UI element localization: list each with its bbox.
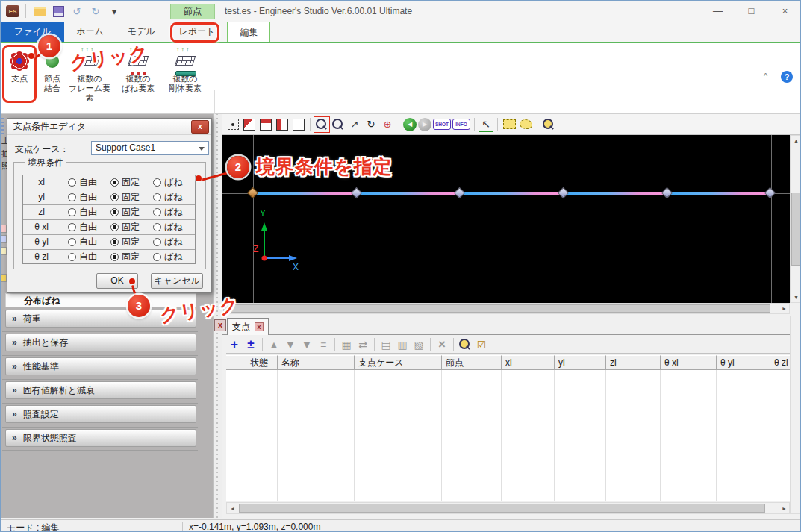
view-front-icon[interactable] [275,117,290,132]
scrollbar-thumb[interactable] [239,504,765,513]
zoom-in-icon[interactable] [314,117,329,132]
rotate-view-icon[interactable]: ↻ [364,117,378,132]
toolbar-grip[interactable] [1,116,4,134]
filter-check-icon[interactable]: ☑ [474,337,489,352]
dock-splitter[interactable] [213,114,222,518]
multi-spring-elements-button[interactable]: 複数のばね要素 [114,46,162,110]
open-icon[interactable] [32,4,47,19]
radio-spring[interactable]: ばね [153,176,188,189]
radio-free[interactable]: 自由 [68,206,103,219]
tab-file[interactable]: ファイル [1,22,64,42]
beam-segment[interactable] [357,192,460,195]
column-header-theta-xl[interactable]: θ xl [661,355,717,370]
model-node[interactable] [661,187,673,199]
dialog-close-icon[interactable]: x [191,120,209,134]
ok-button[interactable]: OK [96,273,138,289]
scroll-up-icon[interactable]: ▲ [794,138,799,143]
scroll-down-icon[interactable]: ▼ [794,295,799,300]
radio-fixed[interactable]: 固定 [110,176,146,189]
move-down-icon[interactable]: ▼ [283,337,298,352]
scrollbar-thumb[interactable] [223,304,770,313]
paste-icon[interactable]: ▥ [395,337,410,352]
row-number-column-header[interactable] [226,355,246,370]
compute-icon[interactable]: ▦ [339,337,354,352]
radio-spring[interactable]: ばね [153,191,188,204]
minimize-button[interactable]: — [701,1,735,22]
model-node[interactable] [351,187,363,199]
qat-dropdown-icon[interactable]: ▾ [107,4,122,19]
tab-edit[interactable]: 編集 [227,22,270,42]
help-icon[interactable]: ? [781,71,793,83]
column-header-name[interactable]: 名称 [278,355,355,370]
radio-free[interactable]: 自由 [68,176,103,189]
column-header-xl[interactable]: xl [502,355,555,370]
view-top-icon[interactable] [258,117,273,132]
radio-free[interactable]: 自由 [68,236,103,248]
export-icon[interactable]: ▧ [411,337,426,352]
model-node[interactable] [764,187,776,199]
save-icon[interactable] [51,4,66,19]
list-icon[interactable]: ≡ [316,337,331,352]
screenshot-camera-icon[interactable]: SHOT [433,119,451,130]
radio-fixed[interactable]: 固定 [110,221,146,234]
tab-home[interactable]: ホーム [64,22,116,42]
view-back-icon[interactable]: ◀ [403,118,417,131]
move-top-icon[interactable]: ▲ [267,337,281,352]
tab-model[interactable]: モデル [116,22,167,42]
sidebar-item-performance-criteria[interactable]: »性能基準 [5,357,196,375]
add-row-icon[interactable]: + [227,337,242,352]
rename-icon[interactable]: ⇄ [355,337,370,352]
scrollbar-thumb[interactable] [791,193,800,266]
tab-close-icon[interactable]: x [255,322,264,331]
viewport-vertical-scrollbar[interactable]: ▲ ▼ [790,135,801,303]
radio-spring[interactable]: ばね [153,251,188,263]
radio-fixed[interactable]: 固定 [110,251,146,263]
sidebar-item-verification-settings[interactable]: »照査設定 [5,405,196,423]
radio-spring[interactable]: ばね [153,206,188,219]
model-node[interactable] [454,187,466,199]
3d-viewport[interactable]: Y Z X [222,135,790,303]
zoom-out-icon[interactable] [331,117,346,132]
dialog-title[interactable]: 支点条件エディタ [7,119,211,135]
radio-fixed[interactable]: 固定 [110,236,146,248]
add-multiple-icon[interactable]: ± [243,337,258,352]
table-body[interactable] [226,370,801,501]
fit-view-icon[interactable] [225,117,240,132]
tab-support[interactable]: 支点 x [227,318,269,335]
maximize-button[interactable]: □ [735,1,768,22]
select-cursor-icon[interactable]: ↖ [479,117,493,132]
scroll-right-icon[interactable]: ► [782,506,787,511]
column-header-status[interactable]: 状態 [246,355,278,370]
radio-fixed[interactable]: 固定 [110,191,146,204]
scroll-right-icon[interactable]: ► [782,306,787,311]
close-button[interactable]: × [768,1,801,22]
radio-spring[interactable]: ばね [153,236,188,248]
radio-spring[interactable]: ばね [153,221,188,234]
beam-segment[interactable] [564,192,667,195]
column-header-node[interactable]: 節点 [442,355,502,370]
sidebar-item-load[interactable]: »荷重 [5,310,196,328]
view-wire-icon[interactable] [291,117,306,132]
lasso-select-icon[interactable] [518,117,533,132]
sidebar-item-limit-state-verification[interactable]: »限界状態照査 [5,429,196,447]
radio-fixed[interactable]: 固定 [110,206,146,219]
viewport-horizontal-scrollbar[interactable]: ► [222,303,790,314]
sidebar-item-eigenvalue-damping[interactable]: »固有値解析と減衰 [5,381,196,399]
table-horizontal-scrollbar[interactable]: ◄ ► [226,502,790,514]
rect-select-icon[interactable] [502,117,517,132]
tab-report[interactable]: レポート [167,22,228,42]
column-header-support-case[interactable]: 支点ケース [355,355,442,370]
table-vertical-scrollbar[interactable] [790,316,801,514]
find-icon[interactable] [458,337,473,352]
beam-segment[interactable] [667,192,770,195]
cancel-button[interactable]: キャンセル [151,273,203,289]
radio-free[interactable]: 自由 [68,221,103,234]
view-iso-icon[interactable] [242,117,257,132]
redo-icon[interactable]: ↻ [88,4,103,19]
support-button[interactable]: 支点 [3,46,36,110]
model-node-origin[interactable] [247,187,259,199]
column-header-theta-yl[interactable]: θ yl [717,355,770,370]
view-forward-icon[interactable]: ▶ [418,118,431,131]
model-node[interactable] [558,187,570,199]
ribbon-collapse-icon[interactable]: ^ [764,72,767,81]
